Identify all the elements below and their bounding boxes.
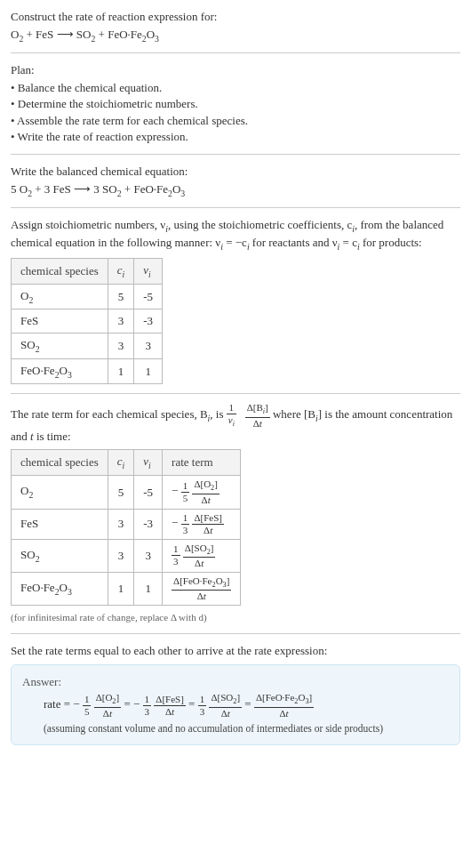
table-row: O2 5 -5 [12, 284, 163, 309]
plan-heading: Plan: [11, 62, 460, 78]
separator [11, 154, 460, 155]
nu-cell: -5 [134, 476, 163, 509]
nu-i: νi [160, 218, 168, 231]
col-ci: ci [108, 450, 134, 476]
col-rateterm: rate term [163, 450, 241, 476]
species-cell: SO2 [12, 333, 108, 358]
c-cell: 3 [108, 333, 134, 358]
rateterm-cell: − 15 Δ[O2]Δt [163, 476, 241, 509]
c-cell: 5 [108, 476, 134, 509]
table-row: FeS 3 -3 [12, 309, 163, 334]
table-row: SO23313 Δ[SO2]Δt [12, 539, 241, 572]
rateterm-cell: − 13 Δ[FeS]Δt [163, 509, 241, 539]
table-row: SO2 3 3 [12, 333, 163, 358]
c-cell: 1 [108, 358, 134, 384]
plan-block: Plan: • Balance the chemical equation. •… [11, 62, 460, 145]
separator [11, 393, 460, 394]
table-row: FeO·Fe2O311Δ[FeO·Fe2O3]Δt [12, 572, 241, 605]
plan-item: • Assemble the rate term for each chemic… [11, 113, 460, 129]
col-species: chemical species [12, 258, 108, 284]
c-cell: 3 [108, 539, 134, 572]
species-cell: O2 [12, 476, 108, 509]
rateterm-text: is time: [34, 430, 71, 443]
species-cell: FeS [12, 509, 108, 539]
answer-assumption: (assuming constant volume and no accumul… [44, 722, 449, 736]
rateterm-text: The rate term for each chemical species,… [11, 408, 208, 422]
prompt-equation: O2 + FeS ⟶ SO2 + FeO·Fe2O3 [11, 27, 460, 44]
nu-cell: -5 [134, 284, 163, 309]
stoich-table: chemical species ci νi O2 5 -5 FeS 3 -3 … [11, 258, 163, 385]
dconc-over-dt: Δ[Bi] Δt [245, 403, 270, 428]
rateterm-cell: Δ[FeO·Fe2O3]Δt [163, 572, 241, 605]
col-ci: ci [108, 258, 134, 284]
species-cell: FeO·Fe2O3 [12, 358, 108, 384]
c-cell: 1 [108, 572, 134, 605]
assign-text: Assign stoichiometric numbers, [11, 218, 160, 231]
col-nui: νi [134, 450, 163, 476]
frac-num: Δ[Bi] [245, 403, 270, 417]
separator [11, 633, 460, 634]
nu-cell: 3 [134, 539, 163, 572]
c-i: ci [347, 218, 355, 231]
nu-cell: 1 [134, 358, 163, 384]
setequal-text: Set the rate terms equal to each other t… [11, 643, 460, 659]
balanced-block: Write the balanced chemical equation: 5 … [11, 164, 460, 198]
plan-item: • Balance the chemical equation. [11, 80, 460, 96]
table-header-row: chemical species ci νi [12, 258, 163, 284]
answer-label: Answer: [22, 674, 449, 690]
assign-text: , using the stoichiometric coefficients, [168, 218, 347, 231]
plan-bullets: • Balance the chemical equation. • Deter… [11, 80, 460, 145]
separator [11, 52, 460, 53]
answer-rate-expression: rate = − 15 Δ[O2]Δt = − 13 Δ[FeS]Δt = 13… [44, 693, 449, 718]
rateterm-text: where [B [273, 408, 315, 422]
relation-reactants: νi = −ci [215, 236, 249, 249]
table-row: O25-5− 15 Δ[O2]Δt [12, 476, 241, 509]
frac-den: νi [227, 414, 236, 428]
rateterm-footnote: (for infinitesimal rate of change, repla… [11, 611, 460, 624]
prompt-line1: Construct the rate of reaction expressio… [11, 9, 460, 25]
answer-box: Answer: rate = − 15 Δ[O2]Δt = − 13 Δ[FeS… [11, 664, 460, 746]
species-cell: O2 [12, 284, 108, 309]
rateterm-block: The rate term for each chemical species,… [11, 403, 460, 624]
c-cell: 3 [108, 509, 134, 539]
balanced-equation: 5 O2 + 3 FeS ⟶ 3 SO2 + FeO·Fe2O3 [11, 181, 460, 199]
balanced-heading: Write the balanced chemical equation: [11, 164, 460, 180]
species-cell: FeO·Fe2O3 [12, 572, 108, 605]
frac-den: Δt [245, 418, 270, 429]
assign-text: for products: [360, 236, 422, 249]
prompt-block: Construct the rate of reaction expressio… [11, 9, 460, 44]
nu-cell: -3 [134, 509, 163, 539]
nu-cell: 3 [134, 333, 163, 358]
species-cell: SO2 [12, 539, 108, 572]
rateterm-table: chemical species ci νi rate term O25-5− … [11, 449, 241, 606]
assign-block: Assign stoichiometric numbers, νi, using… [11, 217, 460, 384]
rateterm-text: , is [210, 408, 226, 422]
col-species: chemical species [12, 450, 108, 476]
assign-text: for reactants and [250, 236, 332, 249]
c-cell: 5 [108, 284, 134, 309]
relation-products: νi = ci [332, 236, 360, 249]
table-row: FeO·Fe2O3 1 1 [12, 358, 163, 384]
col-nui: νi [134, 258, 163, 284]
plan-item: • Write the rate of reaction expression. [11, 129, 460, 145]
one-over-nu: 1 νi [227, 403, 236, 428]
c-cell: 3 [108, 309, 134, 334]
rateterm-cell: 13 Δ[SO2]Δt [163, 539, 241, 572]
table-header-row: chemical species ci νi rate term [12, 450, 241, 476]
plan-item: • Determine the stoichiometric numbers. [11, 96, 460, 112]
nu-cell: 1 [134, 572, 163, 605]
separator [11, 207, 460, 208]
species-cell: FeS [12, 309, 108, 334]
table-row: FeS3-3− 13 Δ[FeS]Δt [12, 509, 241, 539]
nu-cell: -3 [134, 309, 163, 334]
frac-num: 1 [227, 403, 236, 414]
